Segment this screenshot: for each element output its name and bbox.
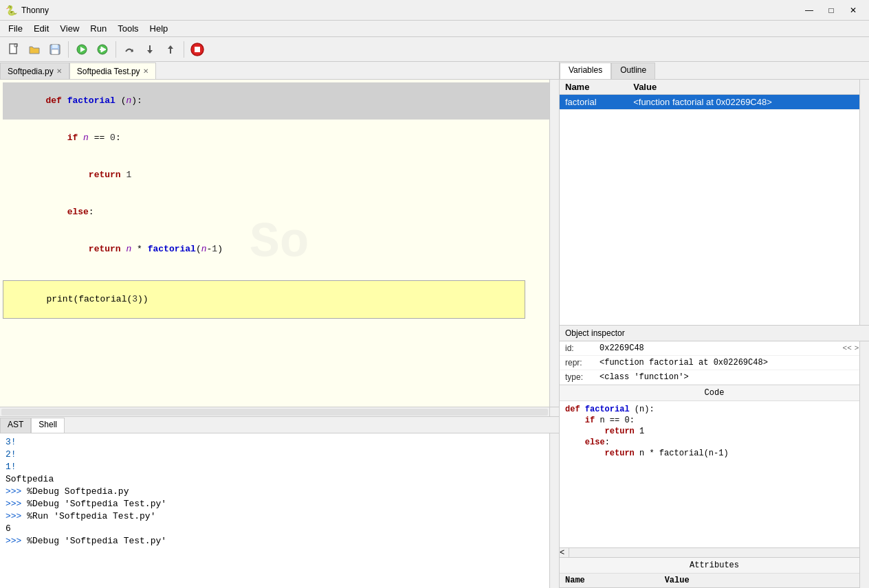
menu-tools[interactable]: Tools	[112, 22, 144, 35]
code-line-7: print(factorial(3))	[3, 280, 525, 319]
shell-line-1: 3!	[6, 436, 553, 449]
svg-rect-5	[52, 49, 58, 54]
shell-panel: AST Shell 3! 2! 1! Softpedia >>> %Debug …	[0, 416, 559, 588]
step-over-button[interactable]	[120, 40, 139, 59]
new-file-button[interactable]	[4, 40, 23, 59]
svg-marker-14	[147, 50, 153, 54]
tab-variables[interactable]: Variables	[560, 63, 611, 79]
editor-hscrollbar[interactable]	[0, 407, 559, 416]
attr-col-value: Value	[665, 576, 864, 585]
variables-table: Name Value factorial <function factorial…	[560, 80, 869, 325]
tab-outline[interactable]: Outline	[611, 63, 655, 79]
open-file-button[interactable]	[25, 40, 44, 59]
tab-ast[interactable]: AST	[0, 418, 31, 433]
variables-panel: Variables Outline Name Value factorial <…	[560, 62, 869, 326]
window-controls: — □ ✕	[799, 3, 864, 17]
inspector-hscrollbar[interactable]: < >	[560, 547, 869, 557]
editor-vscrollbar[interactable]	[549, 80, 559, 407]
left-panel: Softpedia.py ✕ Softpedia Test.py ✕ So de…	[0, 62, 560, 588]
toolbar	[0, 37, 869, 62]
right-panel: Variables Outline Name Value factorial <…	[560, 62, 869, 588]
variables-vscrollbar[interactable]	[859, 80, 869, 325]
titlebar: 🐍 Thonny — □ ✕	[0, 0, 869, 21]
editor-tabs: Softpedia.py ✕ Softpedia Test.py ✕	[0, 62, 559, 80]
main-layout: Softpedia.py ✕ Softpedia Test.py ✕ So de…	[0, 62, 869, 588]
attributes-header: Attributes	[560, 558, 869, 574]
debug-button[interactable]	[93, 40, 112, 59]
svg-rect-4	[52, 45, 58, 48]
tab-shell[interactable]: Shell	[31, 418, 65, 433]
obj-field-type: type: <class 'function'>	[560, 370, 869, 385]
object-inspector-content: id: 0x2269C48 << >> repr: <function fact…	[560, 341, 869, 589]
obj-field-repr: repr: <function factorial at 0x02269C48>	[560, 356, 869, 370]
code-line-2: if n == 0:	[3, 120, 556, 157]
code-editor[interactable]: So def factorial (n): if n == 0: return …	[0, 80, 559, 407]
tab-softpedia-test-close[interactable]: ✕	[143, 67, 148, 75]
shell-tabs: AST Shell	[0, 417, 559, 433]
code-section-header: Code	[560, 385, 869, 401]
shell-line-9: >>> %Debug 'Softpedia Test.py'	[6, 535, 553, 547]
close-button[interactable]: ✕	[843, 3, 864, 17]
obj-prev-button[interactable]: <<	[843, 344, 852, 352]
svg-rect-0	[10, 44, 16, 54]
shell-line-3: 1!	[6, 461, 553, 473]
object-inspector-header: Object inspector	[560, 326, 869, 341]
code-line-3: return 1	[3, 157, 556, 194]
maximize-button[interactable]: □	[821, 3, 842, 17]
toolbar-sep-3	[184, 41, 184, 58]
shell-line-6: >>> %Debug 'Softpedia Test.py'	[6, 498, 553, 510]
menu-file[interactable]: File	[3, 22, 28, 35]
tab-softpedia-test[interactable]: Softpedia Test.py ✕	[69, 63, 156, 79]
shell-content[interactable]: 3! 2! 1! Softpedia >>> %Debug Softpedia.…	[0, 433, 559, 588]
shell-line-2: 2!	[6, 449, 553, 461]
tab-softpedia[interactable]: Softpedia.py ✕	[0, 63, 69, 79]
attr-column-headers: Name Value	[560, 574, 869, 588]
hscroll-left[interactable]: <	[560, 548, 569, 558]
h-scroll-corner	[549, 407, 559, 417]
app-icon: 🐍	[6, 5, 17, 16]
shell-line-8: 6	[6, 523, 553, 535]
code-line-5: return n * factorial(n-1)	[3, 231, 556, 268]
shell-vscrollbar[interactable]	[549, 433, 559, 588]
step-into-button[interactable]	[140, 40, 160, 59]
save-file-button[interactable]	[45, 40, 65, 59]
col-value: Value	[628, 80, 869, 95]
tab-softpedia-label: Softpedia.py	[8, 67, 54, 76]
menubar: File Edit View Run Tools Help	[0, 21, 869, 37]
shell-line-5: >>> %Debug Softpedia.py	[6, 486, 553, 498]
shell-line-4: Softpedia	[6, 473, 553, 486]
variable-row-factorial[interactable]: factorial <function factorial at 0x02269…	[560, 95, 869, 110]
run-button[interactable]	[72, 40, 91, 59]
var-value-factorial: <function factorial at 0x02269C48>	[628, 95, 869, 110]
object-inspector: Object inspector id: 0x2269C48 << >> rep…	[560, 326, 869, 589]
h-scroll-track	[1, 409, 548, 416]
inspector-vscrollbar[interactable]	[859, 341, 869, 589]
stop-button[interactable]	[188, 40, 207, 59]
code-line-4: else:	[3, 194, 556, 231]
menu-help[interactable]: Help	[144, 22, 174, 35]
step-out-button[interactable]	[161, 40, 180, 59]
shell-line-7: >>> %Run 'Softpedia Test.py'	[6, 510, 553, 523]
tab-softpedia-test-label: Softpedia Test.py	[77, 67, 140, 76]
variables-tabs: Variables Outline	[560, 62, 869, 80]
var-name-factorial: factorial	[560, 95, 628, 110]
tab-softpedia-close[interactable]: ✕	[56, 67, 62, 75]
inspector-code-block: def factorial (n): if n == 0: return 1 e…	[560, 401, 869, 548]
window-title: Thonny	[21, 5, 799, 15]
menu-view[interactable]: View	[54, 22, 85, 35]
svg-rect-18	[195, 47, 200, 52]
toolbar-sep-2	[116, 41, 116, 58]
obj-field-id: id: 0x2269C48 << >>	[560, 341, 869, 356]
toolbar-sep-1	[68, 41, 69, 58]
svg-marker-16	[168, 45, 173, 49]
menu-run[interactable]: Run	[85, 22, 112, 35]
col-name: Name	[560, 80, 628, 95]
code-line-1: def factorial (n):	[3, 82, 556, 120]
code-line-6	[3, 268, 556, 280]
minimize-button[interactable]: —	[799, 3, 820, 17]
menu-edit[interactable]: Edit	[28, 22, 54, 35]
attr-col-name: Name	[565, 576, 665, 585]
attributes-section: Attributes Name Value	[560, 557, 869, 588]
